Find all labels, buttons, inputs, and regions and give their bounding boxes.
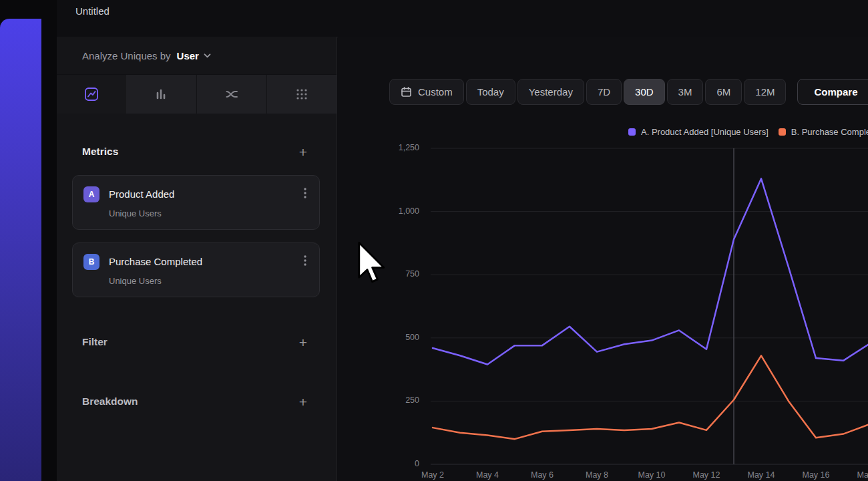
add-metric-button[interactable]: + (298, 145, 308, 159)
chevron-down-icon (204, 53, 211, 58)
breakdown-section-header: Breakdown + (82, 392, 308, 411)
legend-label: A. Product Added [Unique Users] (641, 127, 769, 137)
analyze-by-label: Analyze Uniques by (82, 50, 171, 61)
app-root: Untitled Analyze Uniques by User (0, 0, 868, 481)
breakdown-title: Breakdown (82, 395, 138, 408)
range-button-6m[interactable]: 6M (705, 79, 742, 105)
range-button-30d[interactable]: 30D (624, 79, 665, 105)
range-button-3m[interactable]: 3M (667, 79, 704, 105)
date-range-toolbar: Custom Today Yesterday 7D 30D 3M 6M 12M … (389, 79, 868, 105)
kebab-icon (304, 255, 306, 267)
range-button-label: Today (477, 86, 504, 98)
kebab-icon (304, 187, 306, 199)
chart-legend: A. Product Added [Unique Users] B. Purch… (628, 127, 868, 137)
metric-badge-a: A (83, 186, 99, 202)
metric-card-a[interactable]: A Product Added Unique Users (72, 175, 320, 230)
metric-badge-b: B (83, 254, 99, 270)
sidebar: Analyze Uniques by User (57, 37, 337, 481)
metric-name: Product Added (109, 188, 174, 200)
tab-flow[interactable] (196, 75, 266, 114)
kebab-menu-button[interactable] (301, 253, 309, 270)
metric-name: Purchase Completed (109, 256, 202, 267)
kebab-menu-button[interactable] (301, 186, 309, 202)
compare-button[interactable]: Compare (797, 79, 868, 105)
analyze-row: Analyze Uniques by User (57, 37, 337, 75)
left-rail (0, 0, 57, 481)
range-button-custom[interactable]: Custom (389, 79, 464, 105)
add-breakdown-button[interactable]: + (298, 395, 308, 409)
metric-measure: Unique Users (109, 276, 309, 286)
legend-item-a[interactable]: A. Product Added [Unique Users] (628, 127, 769, 137)
range-button-label: 30D (635, 86, 654, 98)
flow-icon (224, 87, 239, 102)
analyze-by-dropdown[interactable]: User (177, 50, 211, 61)
tab-line-chart[interactable] (57, 75, 126, 114)
tab-bar-chart[interactable] (126, 75, 196, 114)
gradient-strip (0, 19, 41, 481)
analyze-by-value: User (177, 50, 199, 61)
legend-item-b[interactable]: B. Purchase Completed [Unique Users] (779, 127, 868, 137)
topbar: Untitled (57, 0, 868, 37)
grid-dots-icon (294, 87, 309, 102)
legend-swatch (779, 128, 786, 136)
metric-cards: A Product Added Unique Users B Purchase … (72, 175, 320, 310)
filter-title: Filter (82, 336, 107, 348)
range-button-yesterday[interactable]: Yesterday (517, 79, 584, 105)
range-button-label: 3M (678, 86, 692, 98)
range-button-today[interactable]: Today (466, 79, 515, 105)
range-button-label: 7D (598, 86, 610, 98)
line-chart-icon (84, 87, 99, 102)
tab-grid[interactable] (266, 75, 337, 114)
range-button-label: 12M (755, 86, 775, 98)
legend-swatch (628, 128, 636, 136)
range-button-label: Yesterday (529, 86, 573, 98)
bar-chart-icon (154, 87, 168, 102)
metrics-section-header: Metrics + (82, 142, 308, 161)
legend-label: B. Purchase Completed [Unique Users] (791, 127, 868, 137)
filter-section-header: Filter + (82, 332, 308, 351)
range-button-7d[interactable]: 7D (586, 79, 622, 105)
chart-type-tabs (57, 75, 337, 114)
metrics-title: Metrics (82, 146, 118, 158)
metric-card-b[interactable]: B Purchase Completed Unique Users (72, 243, 320, 297)
window-title: Untitled (75, 5, 110, 17)
add-filter-button[interactable]: + (298, 335, 308, 349)
range-button-12m[interactable]: 12M (744, 79, 786, 105)
range-button-label: Custom (418, 86, 453, 98)
range-button-label: 6M (716, 86, 730, 98)
metric-measure: Unique Users (109, 208, 309, 218)
calendar-icon (401, 86, 412, 98)
